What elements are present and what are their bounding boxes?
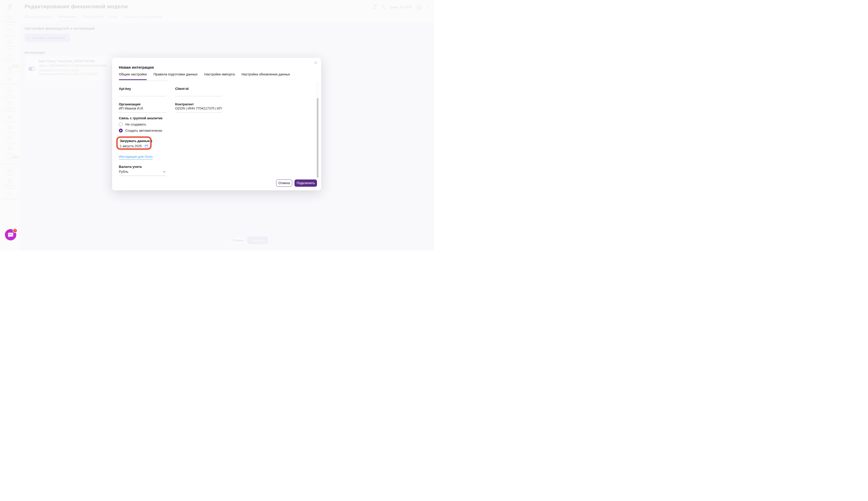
modal-title: Новая интеграция <box>119 65 154 70</box>
api-key-input[interactable] <box>119 90 166 96</box>
analytics-group-label: Связь с группой аналитик <box>119 116 162 120</box>
modal-tab-data-prep-rules[interactable]: Правила подготовки данных <box>154 72 198 80</box>
calendar-icon[interactable] <box>145 145 148 148</box>
client-id-input[interactable] <box>175 90 222 96</box>
modal-tab-general[interactable]: Общие настройки <box>119 72 147 80</box>
currency-value: Рубль <box>119 170 128 173</box>
organization-input[interactable]: ИП Иванов И.И. <box>119 106 166 113</box>
chat-unread-badge: 7 <box>13 228 17 233</box>
radio-circle-selected[interactable] <box>119 129 123 132</box>
modal-cancel-button[interactable]: Отмена <box>276 180 292 187</box>
ozon-instruction-link[interactable]: Инструкция для Ozon <box>119 155 153 160</box>
currency-label: Валюта учета <box>119 165 141 169</box>
chevron-down-icon <box>163 170 166 173</box>
app-root: Редактирование финансовой модели Демо_09… <box>0 0 434 250</box>
currency-select[interactable]: Рубль <box>119 170 166 176</box>
chat-fab[interactable]: 7 <box>5 229 16 241</box>
modal-scrollbar-thumb[interactable] <box>317 98 318 178</box>
modal-tabs: Общие настройки Правила подготовки данны… <box>119 72 290 80</box>
tabs-divider <box>119 81 167 81</box>
modal-scrollbar-track[interactable] <box>317 82 318 178</box>
modal-tab-data-refresh[interactable]: Настройка обновления данных <box>242 72 290 80</box>
load-data-date-field[interactable]: 1 августа 2025 <box>120 145 148 148</box>
counterparty-label: Контрагент <box>175 102 222 106</box>
radio-auto-create[interactable]: Создать автоматически <box>119 129 162 132</box>
modal-connect-button[interactable]: Подключить <box>295 180 317 187</box>
load-data-annotation: Загружать данные с 1 августа 2025 <box>117 137 151 150</box>
load-data-date-value: 1 августа 2025 <box>120 145 142 148</box>
modal-footer: Отмена Подключить <box>276 180 317 187</box>
organization-label: Организация <box>119 102 166 106</box>
new-integration-modal: Новая интеграция Общие настройки Правила… <box>112 58 321 190</box>
close-icon[interactable] <box>314 61 318 65</box>
modal-tab-import-settings[interactable]: Настройки импорта <box>204 72 235 80</box>
radio-not-create[interactable]: Не создавать <box>119 122 146 126</box>
radio-circle-unselected[interactable] <box>119 122 123 126</box>
counterparty-input[interactable]: OZON | ИНН 7704217370 | КПП 7703 <box>175 106 222 113</box>
load-data-label: Загружать данные с <box>120 139 152 143</box>
chat-bubble-icon <box>8 233 13 236</box>
